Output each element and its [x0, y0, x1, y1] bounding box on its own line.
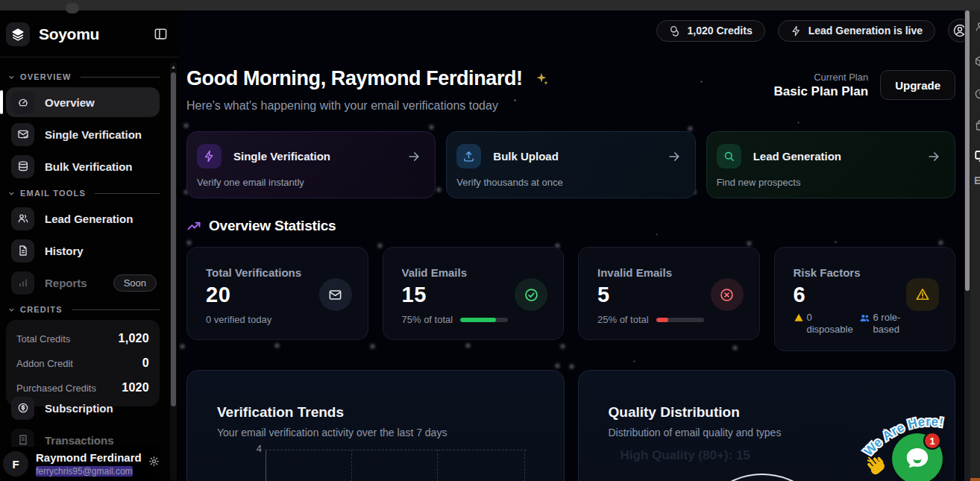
user-profile[interactable]: F Raymond Ferdinard ferrychris95@gmail.c…: [6, 447, 160, 481]
y-axis-line: [266, 450, 266, 481]
trends-chart: 4: [187, 371, 564, 481]
sidebar-scrollbar-thumb[interactable]: [171, 72, 176, 406]
zap-icon: [791, 25, 802, 37]
users-icon: [11, 207, 34, 230]
valid-progress-bar: [460, 318, 508, 322]
sidebar-item-history[interactable]: History: [6, 236, 160, 265]
stat-risk-factors: Risk Factors 6 0 disposable 6 role-based: [774, 247, 956, 351]
scroll-up-arrow[interactable]: ▲: [170, 64, 177, 69]
page-scrollbar[interactable]: [964, 10, 970, 481]
user-email: ferrychris95@gmail.com: [36, 466, 141, 477]
stats-heading: Overview Statistics: [209, 218, 336, 234]
brand-logo-icon: [6, 22, 30, 46]
upload-icon: [456, 144, 481, 169]
soon-badge: Soon: [113, 274, 157, 292]
chat-widget: We Are Here! 1: [858, 412, 980, 481]
users-icon: [859, 312, 870, 324]
database-icon: [11, 155, 34, 178]
y-axis-tick: 4: [245, 443, 262, 454]
chevron-down-icon: [7, 306, 16, 314]
coins-icon: [669, 25, 681, 37]
browser-side-rail: E: [970, 10, 980, 481]
credits-total-row: Total Credits 1,020: [16, 332, 149, 345]
sidebar-item-lead-generation[interactable]: Lead Generation: [6, 204, 160, 233]
gridline-vertical: [351, 450, 352, 481]
arrow-right-icon: [406, 149, 421, 164]
browser-tab-notch: [66, 3, 79, 13]
sidebar-collapse-icon[interactable]: [154, 27, 169, 42]
stat-valid-emails: Valid Emails 15 75% of total: [383, 247, 565, 340]
user-name: Raymond Ferdinard: [36, 451, 141, 464]
sidebar-scrollbar[interactable]: ▲: [170, 63, 177, 481]
rail-letter-e[interactable]: E: [974, 175, 980, 186]
chevron-down-icon: [7, 189, 16, 198]
gauge-icon: [11, 91, 34, 114]
valid-progress-fill: [460, 318, 496, 322]
arrow-right-icon: [667, 149, 682, 164]
stat-invalid-emails: Invalid Emails 5 25% of total: [578, 247, 760, 340]
sidebar-nav: OVERVIEW Overview Single Verification Bu…: [0, 57, 179, 406]
sidebar: Soyomu OVERVIEW Overview Single Veri: [0, 10, 179, 481]
waving-hand-icon: [865, 453, 891, 477]
invalid-progress-bar: [656, 318, 704, 322]
zap-icon: [197, 144, 222, 169]
chevron-down-icon: [7, 73, 16, 81]
section-email-tools[interactable]: EMAIL TOOLS: [7, 189, 160, 198]
arrow-right-icon: [926, 149, 941, 164]
alert-triangle-icon: [906, 278, 939, 311]
gridline-vertical: [437, 450, 438, 481]
gear-icon[interactable]: [148, 456, 160, 467]
sidebar-item-single-verification[interactable]: Single Verification: [6, 119, 160, 149]
role-based-stat: 6 role-based: [859, 312, 920, 335]
file-text-icon: [11, 239, 34, 262]
mail-check-icon: [11, 123, 34, 146]
main-content: 1,020 Credits Lead Generation is live Go…: [179, 10, 980, 481]
box-icon[interactable]: [974, 55, 980, 67]
verification-trends-card: Verification Trends Your email verificat…: [186, 370, 565, 481]
invalid-progress-fill: [656, 318, 668, 322]
mail-icon: [319, 278, 352, 311]
person-icon[interactable]: [974, 21, 980, 33]
bar-chart-icon: [11, 271, 34, 295]
page-title: Good Morning, Raymond Ferdinard!: [186, 67, 550, 90]
sparkles-icon: [533, 71, 550, 87]
sidebar-item-bulk-verification[interactable]: Bulk Verification: [6, 151, 160, 181]
clock-icon[interactable]: [974, 88, 980, 100]
trending-up-icon: [186, 219, 201, 233]
gridline-vertical: [524, 450, 525, 481]
upgrade-button[interactable]: Upgrade: [880, 70, 955, 100]
sidebar-item-overview[interactable]: Overview: [6, 87, 160, 117]
brand-name: Soyomu: [39, 25, 145, 43]
bulk-upload-card[interactable]: Bulk Upload Verify thousands at once: [446, 131, 695, 198]
avatar: F: [3, 451, 28, 477]
credits-pill[interactable]: 1,020 Credits: [656, 20, 765, 42]
page-scrollbar-thumb[interactable]: [965, 10, 970, 291]
dollar-circle-icon: [11, 397, 34, 420]
gridline-horizontal: [266, 450, 527, 450]
donut-chart-arc: [691, 474, 833, 481]
section-credits[interactable]: CREDITS: [7, 305, 160, 314]
search-icon: [717, 144, 741, 169]
bag-icon[interactable]: [974, 119, 980, 131]
x-circle-icon: [711, 278, 744, 311]
app-window: Soyomu OVERVIEW Overview Single Veri: [0, 0, 980, 481]
disposable-stat: 0 disposable: [794, 312, 853, 335]
lead-generation-card[interactable]: Lead Generation Find new prospects: [706, 131, 955, 198]
chat-bubble-icon: [903, 444, 932, 473]
sidebar-item-reports: Reports Soon: [6, 268, 160, 298]
single-verification-card[interactable]: Single Verification Verify one email ins…: [186, 131, 436, 198]
page-subtitle: Here's what's happening with your email …: [186, 99, 550, 113]
stat-total-verifications: Total Verifications 20 0 verified today: [186, 247, 368, 340]
section-overview[interactable]: OVERVIEW: [7, 72, 160, 81]
rail-footer-accent: [970, 478, 980, 481]
monitor-icon[interactable]: [974, 149, 980, 163]
check-circle-icon: [515, 278, 547, 311]
current-plan-label: Current Plan: [774, 72, 869, 83]
top-header: 1,020 Credits Lead Generation is live: [656, 19, 972, 43]
sidebar-item-subscription[interactable]: Subscription: [6, 393, 160, 423]
pie-slice-label: High Quality (80+): 15: [621, 448, 750, 463]
lead-generation-live-pill[interactable]: Lead Generation is live: [778, 20, 935, 42]
plan-name: Basic Plan Plan: [774, 84, 869, 99]
browser-top-strip: [0, 0, 980, 10]
alert-triangle-icon: [794, 312, 804, 323]
